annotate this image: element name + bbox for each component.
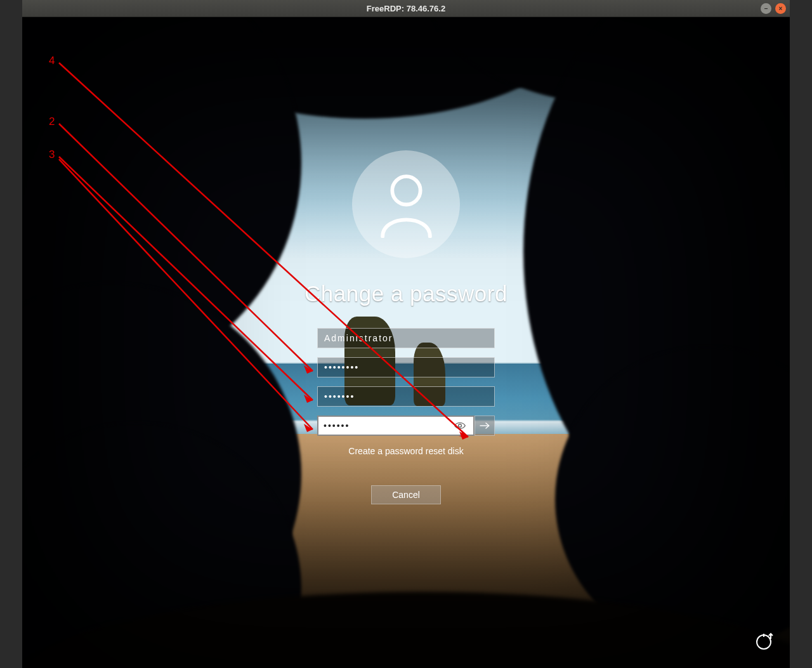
arrow-right-icon — [479, 421, 490, 430]
page-heading: Change a password — [304, 281, 508, 306]
change-password-panel: Change a password — [273, 150, 539, 504]
create-reset-disk-link[interactable]: Create a password reset disk — [348, 446, 463, 456]
confirm-password-field[interactable] — [317, 416, 475, 436]
close-button[interactable]: × — [775, 3, 786, 14]
cancel-button[interactable]: Cancel — [371, 485, 441, 504]
submit-button[interactable] — [475, 416, 495, 436]
user-avatar — [352, 150, 460, 258]
confirm-password-row — [317, 416, 495, 436]
confirm-password-input[interactable] — [324, 421, 452, 431]
svg-point-1 — [459, 424, 462, 428]
window-titlebar: FreeRDP: 78.46.76.2 – × — [22, 0, 790, 17]
minimize-button[interactable]: – — [761, 3, 771, 14]
ease-of-access-icon — [754, 632, 774, 652]
password-fields — [317, 328, 495, 436]
user-icon — [376, 171, 436, 238]
window-controls: – × — [761, 3, 786, 14]
ease-of-access-button[interactable] — [752, 630, 776, 654]
freerdp-window: FreeRDP: 78.46.76.2 – × — [22, 0, 790, 668]
new-password-field[interactable] — [317, 386, 495, 407]
remote-desktop-content: Change a password — [22, 17, 790, 668]
svg-point-3 — [757, 635, 771, 649]
old-password-input[interactable] — [324, 362, 488, 372]
username-input[interactable] — [324, 333, 488, 343]
old-password-field[interactable] — [317, 357, 495, 377]
window-title: FreeRDP: 78.46.76.2 — [367, 4, 445, 13]
username-field[interactable] — [317, 328, 495, 348]
reveal-password-icon[interactable] — [452, 421, 468, 430]
new-password-input[interactable] — [324, 391, 488, 402]
svg-point-0 — [392, 176, 420, 204]
